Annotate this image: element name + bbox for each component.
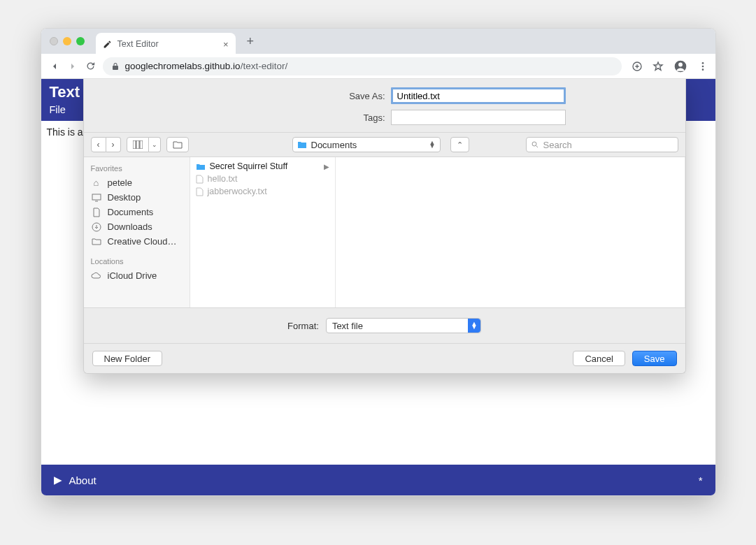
save-as-label: Save As: [204, 91, 385, 101]
cloud-icon [91, 272, 102, 279]
tab-title: Text Editor [117, 39, 159, 49]
locations-header: Locations [84, 254, 190, 268]
back-button[interactable] [48, 60, 61, 73]
cancel-button[interactable]: Cancel [573, 351, 625, 366]
format-row: Format: Text file ▲▼ [84, 307, 685, 343]
folder-icon [196, 163, 206, 170]
search-input[interactable]: Search [526, 137, 678, 152]
browser-tab[interactable]: Text Editor × [96, 33, 236, 55]
list-item[interactable]: hello.txt [190, 173, 335, 185]
svg-point-4 [701, 65, 704, 67]
file-icon [196, 175, 204, 184]
browser-window: Text Editor × + googlechromelabs.github.… [41, 28, 716, 496]
list-item[interactable]: Secret Squirrel Stuff ▶ [190, 160, 335, 173]
file-browser: Favorites ⌂petele Desktop Documents Down… [84, 157, 685, 307]
group-button[interactable] [166, 137, 189, 152]
file-icon [196, 187, 204, 196]
format-value: Text file [332, 321, 363, 331]
svg-rect-8 [140, 140, 143, 149]
reload-button[interactable] [85, 60, 97, 73]
dialog-footer: New Folder Cancel Save [84, 343, 685, 373]
svg-point-9 [532, 142, 536, 146]
location-popup[interactable]: Documents ▲▼ [292, 137, 441, 152]
sidebar: Favorites ⌂petele Desktop Documents Down… [84, 157, 190, 307]
close-window-icon[interactable] [50, 37, 58, 45]
menu-icon[interactable] [697, 61, 708, 72]
updown-icon: ▲▼ [429, 141, 436, 148]
window-controls [50, 37, 85, 45]
page-content: Text File This is a n ▶ About * Save As:… [41, 79, 715, 495]
bookmark-icon[interactable] [652, 61, 664, 72]
desktop-icon [91, 194, 102, 202]
tab-strip: Text Editor × + [41, 29, 715, 54]
search-icon [531, 140, 539, 149]
list-item[interactable]: jabberwocky.txt [190, 185, 335, 198]
sidebar-item-desktop[interactable]: Desktop [84, 190, 190, 205]
svg-point-2 [678, 62, 683, 66]
view-columns-button[interactable] [127, 137, 149, 152]
dialog-toolbar: ‹ › ⌄ Documents ▲▼ ⌃ Search [84, 132, 685, 157]
view-menu-chevron[interactable]: ⌄ [149, 137, 161, 152]
sidebar-item-icloud[interactable]: iCloud Drive [84, 268, 190, 283]
tags-input[interactable] [391, 110, 566, 125]
address-bar: googlechromelabs.github.io/text-editor/ [41, 54, 715, 79]
save-dialog: Save As: Tags: ‹ › ⌄ [83, 79, 686, 374]
about-label: About [69, 474, 97, 486]
dialog-header: Save As: Tags: [84, 79, 685, 132]
documents-icon [91, 208, 102, 217]
search-placeholder: Search [543, 140, 572, 150]
downloads-icon [91, 222, 102, 232]
svg-rect-6 [133, 140, 136, 149]
tags-label: Tags: [204, 112, 385, 123]
home-icon: ⌂ [91, 177, 102, 188]
minimize-window-icon[interactable] [63, 37, 71, 45]
collapse-button[interactable]: ⌃ [450, 137, 469, 152]
about-bar[interactable]: ▶ About * [41, 465, 715, 495]
location-name: Documents [311, 140, 357, 150]
svg-point-3 [701, 62, 704, 64]
url-host: googlechromelabs.github.io [125, 61, 241, 71]
chevron-right-icon: ▶ [54, 474, 62, 486]
forward-button[interactable] [66, 60, 79, 73]
favorites-header: Favorites [84, 161, 190, 175]
close-tab-icon[interactable]: × [223, 39, 229, 50]
folder-icon [297, 140, 307, 149]
file-column-2 [336, 157, 685, 307]
save-as-input[interactable] [391, 87, 566, 104]
url-path: /text-editor/ [241, 61, 288, 71]
sidebar-item-downloads[interactable]: Downloads [84, 219, 190, 234]
address-field[interactable]: googlechromelabs.github.io/text-editor/ [103, 57, 622, 75]
new-tab-button[interactable]: + [240, 34, 262, 49]
svg-rect-7 [136, 140, 139, 149]
svg-rect-10 [92, 194, 101, 200]
sidebar-item-home[interactable]: ⌂petele [84, 175, 190, 190]
save-button[interactable]: Save [632, 351, 677, 366]
format-label: Format: [287, 321, 319, 331]
file-column-1: Secret Squirrel Stuff ▶ hello.txt jabber… [190, 157, 336, 307]
maximize-window-icon[interactable] [76, 37, 85, 45]
sidebar-item-documents[interactable]: Documents [84, 205, 190, 219]
svg-point-5 [701, 68, 704, 71]
folder-icon [91, 238, 102, 245]
dirty-indicator: * [699, 474, 703, 486]
install-icon[interactable] [632, 61, 643, 72]
chevron-right-icon: ▶ [324, 163, 329, 170]
profile-icon[interactable] [673, 59, 687, 73]
lock-icon [111, 61, 120, 71]
nav-forward-button[interactable]: › [106, 137, 121, 152]
format-select[interactable]: Text file ▲▼ [326, 318, 481, 333]
nav-back-button[interactable]: ‹ [91, 137, 106, 152]
sidebar-item-creative-cloud[interactable]: Creative Cloud… [84, 234, 190, 249]
updown-icon: ▲▼ [468, 319, 480, 333]
new-folder-button[interactable]: New Folder [92, 351, 162, 366]
pencil-icon [103, 40, 112, 49]
